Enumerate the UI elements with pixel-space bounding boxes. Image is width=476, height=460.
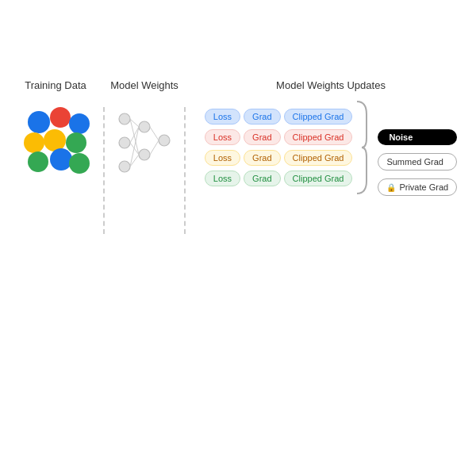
svg-point-1 bbox=[119, 137, 130, 148]
svg-point-4 bbox=[139, 149, 150, 160]
noise-badge: Noise bbox=[378, 129, 457, 145]
grad-badge-4: Grad bbox=[244, 171, 280, 186]
row-1: Loss Grad Clipped Grad bbox=[205, 109, 353, 125]
clipped-badge-3: Clipped Grad bbox=[284, 150, 353, 166]
updates-label: Model Weights Updates bbox=[276, 79, 386, 91]
svg-point-5 bbox=[159, 135, 170, 146]
model-weights-section: Model Weights bbox=[105, 79, 184, 178]
updates-section: Model Weights Updates Loss Grad Clipped … bbox=[186, 79, 468, 196]
dots-container bbox=[20, 99, 91, 171]
svg-point-3 bbox=[139, 121, 150, 132]
training-data-label: Training Data bbox=[25, 79, 86, 91]
row-3: Loss Grad Clipped Grad bbox=[205, 150, 353, 166]
private-grad-badge: 🔒 Private Grad bbox=[378, 178, 457, 196]
lock-icon: 🔒 bbox=[386, 183, 396, 192]
grad-badge-3: Grad bbox=[244, 150, 280, 166]
summed-grad-badge: Summed Grad bbox=[378, 153, 457, 171]
svg-point-2 bbox=[119, 161, 130, 172]
diagram: Training Data Model Weights bbox=[8, 63, 468, 397]
svg-line-12 bbox=[150, 127, 159, 140]
neural-net bbox=[117, 99, 172, 178]
loss-badge-3: Loss bbox=[205, 150, 240, 166]
right-labels: Noise Summed Grad 🔒 Private Grad bbox=[378, 129, 457, 196]
svg-line-8 bbox=[130, 127, 139, 143]
grad-badge-1: Grad bbox=[244, 109, 280, 125]
bracket bbox=[355, 100, 368, 195]
training-data-section: Training Data bbox=[8, 79, 103, 171]
grad-badge-2: Grad bbox=[244, 129, 280, 145]
model-weights-label: Model Weights bbox=[110, 79, 178, 91]
clipped-badge-2: Clipped Grad bbox=[284, 129, 353, 145]
loss-badge-1: Loss bbox=[205, 109, 240, 125]
updates-rows: Loss Grad Clipped Grad Loss Grad Clipped… bbox=[205, 109, 353, 186]
loss-badge-2: Loss bbox=[205, 129, 240, 145]
row-2: Loss Grad Clipped Grad bbox=[205, 129, 353, 145]
loss-badge-4: Loss bbox=[205, 171, 240, 186]
svg-point-0 bbox=[119, 113, 130, 125]
clipped-badge-1: Clipped Grad bbox=[284, 109, 353, 125]
clipped-badge-4: Clipped Grad bbox=[284, 171, 353, 186]
row-4: Loss Grad Clipped Grad bbox=[205, 171, 353, 186]
svg-line-13 bbox=[150, 140, 159, 155]
